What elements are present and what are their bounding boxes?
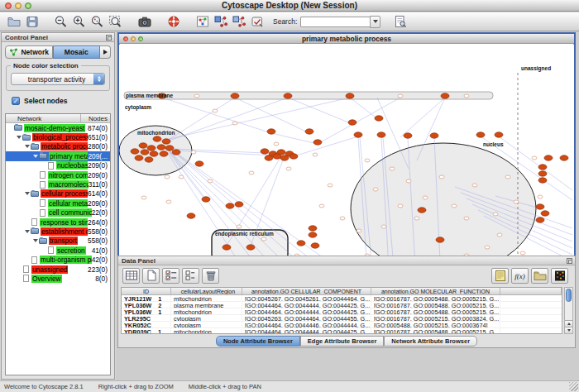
network-node-small[interactable] [485,246,490,249]
network-node[interactable] [436,237,444,242]
network-node[interactable] [541,211,549,216]
vizmapper-icon[interactable] [194,13,212,30]
edge-attribute-icon[interactable] [230,13,248,30]
network-node[interactable] [404,133,412,138]
network-node-small[interactable] [439,175,444,179]
tree-row[interactable]: macromolecule311(0) [6,179,110,189]
network-node[interactable] [346,93,354,98]
search-combo-arrow-icon[interactable] [370,16,380,28]
network-node[interactable] [145,157,153,162]
network-node-small[interactable] [493,213,498,216]
scrollbar-thumb[interactable] [566,289,572,302]
network-node[interactable] [135,155,143,160]
network-node[interactable] [141,150,149,155]
table-row[interactable]: YLR295Ccytoplasm[GO:0045263, GO:0044464,… [122,315,562,322]
network-node[interactable] [313,140,322,145]
search-input[interactable] [300,17,370,27]
network-window-titlebar[interactable]: primary metabolic process [119,34,574,44]
select-nodes-checkbox[interactable]: ✓ [12,97,20,105]
network-node-small[interactable] [165,175,170,179]
zoom-out-icon[interactable] [52,13,70,30]
tree-row[interactable]: secretion41(0) [6,246,110,255]
node-attribute-icon[interactable] [212,13,230,30]
network-node-small[interactable] [365,159,370,162]
network-node-small[interactable] [414,217,419,220]
network-node-small[interactable] [514,200,519,203]
select-attributes-icon[interactable] [162,268,179,284]
float-panel-icon[interactable] [106,35,112,41]
expander-icon[interactable] [32,155,39,158]
table-column-header[interactable]: annotation.GO MOLECULAR_FUNCTION [371,288,500,294]
save-icon[interactable] [23,13,41,30]
window-resize-grip[interactable] [569,382,578,391]
import-icon[interactable] [531,268,548,284]
network-node[interactable] [536,218,544,222]
network-node[interactable] [246,245,255,250]
network-node[interactable] [348,120,356,125]
tab-node-attribute-browser[interactable]: Node Attribute Browser [216,336,300,347]
tree-row[interactable]: biological_process651(0) [6,132,110,141]
table-row[interactable]: YKR052Ccytoplasm[GO:0044464, GO:0044446,… [122,322,562,328]
network-node[interactable] [280,155,289,160]
table-column-header[interactable]: ID [122,288,171,294]
network-node[interactable] [157,145,165,150]
network-node[interactable] [187,213,195,218]
network-node-small[interactable] [538,195,543,198]
network-node-small[interactable] [472,184,477,187]
network-node[interactable] [290,154,298,159]
unselect-attributes-icon[interactable] [182,268,199,284]
function-icon[interactable]: f(x) [511,268,529,284]
grid-icon[interactable] [122,268,140,284]
table-scrollbar[interactable] [564,287,573,334]
network-node[interactable] [273,154,281,159]
network-node-small[interactable] [232,122,237,125]
network-node-small[interactable] [319,204,324,208]
tree-row[interactable]: cell communicat22(0) [6,208,110,218]
network-node[interactable] [265,155,273,160]
zoom-in-icon[interactable] [70,13,89,30]
network-node-small[interactable] [356,229,361,232]
network-node[interactable] [139,143,147,148]
tree-row[interactable]: cellular metabol209(0) [6,198,110,208]
network-node-small[interactable] [464,217,469,220]
network-node-small[interactable] [520,251,525,255]
network-node[interactable] [267,129,275,134]
network-node-small[interactable] [373,188,378,191]
network-node[interactable] [538,178,547,183]
tab-overflow-button[interactable] [100,45,111,59]
new-attribute-icon[interactable] [142,268,160,284]
help-ring-icon[interactable] [165,13,183,30]
table-column-header[interactable]: _cellularLayoutRegion [171,288,242,294]
network-node-small[interactable] [464,94,469,98]
network-node[interactable] [131,149,139,154]
network-node-small[interactable] [261,237,266,241]
zoom-selected-icon[interactable] [89,13,107,30]
network-node-small[interactable] [381,225,386,228]
network-node[interactable] [495,132,503,137]
network-node-small[interactable] [398,94,403,98]
tree-row[interactable]: nucleobase-209(0) [6,161,110,170]
network-node[interactable] [430,133,438,138]
scroll-down-icon[interactable] [565,327,572,333]
network-node[interactable] [476,132,485,137]
tab-network-attribute-browser[interactable]: Network Attribute Browser [384,336,477,347]
network-node-small[interactable] [194,94,199,98]
network-node[interactable] [309,232,317,237]
scroll-up-icon[interactable] [565,320,572,327]
network-node[interactable] [150,151,158,156]
expander-icon[interactable] [24,192,31,195]
table-row[interactable]: YJR121W__1mitochondrion[GO:0045267, GO:0… [122,295,562,302]
tree-row[interactable]: nitrogen compo209(0) [6,170,110,179]
table-row[interactable]: YPL036W__1mitochondrion[GO:0044464, GO:0… [122,308,562,315]
tree-row[interactable]: cellular process614(0) [6,189,110,198]
expander-icon[interactable] [32,239,39,242]
network-node-small[interactable] [141,196,146,199]
tree-row[interactable]: mosaic-demo-yeast874(0) [6,123,110,132]
network-node-small[interactable] [191,151,196,154]
network-node-small[interactable] [313,153,318,156]
node-color-dropdown[interactable]: transporter activity [11,73,105,85]
network-node[interactable] [195,161,203,166]
network-node-small[interactable] [286,167,291,170]
network-node[interactable] [418,208,426,213]
notes-icon[interactable] [491,268,509,284]
